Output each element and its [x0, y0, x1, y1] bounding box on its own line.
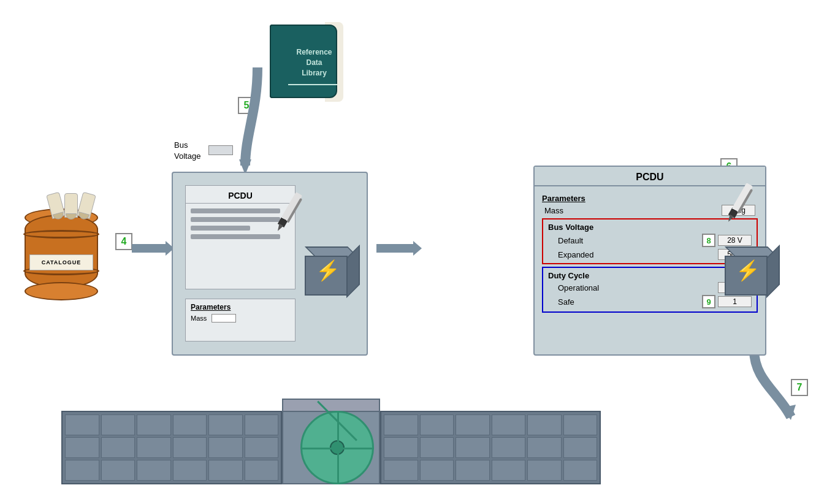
cube-right: ⚡: [725, 246, 780, 296]
sat-panel-left-grid: [63, 412, 281, 483]
sat-cell: [492, 460, 526, 481]
sat-cell: [101, 460, 135, 481]
sat-cell: [563, 437, 598, 458]
sat-cell: [456, 460, 490, 481]
sat-cell: [245, 460, 279, 481]
sat-cell: [420, 437, 454, 458]
sat-cell: [456, 437, 490, 458]
book-title: ReferenceDataLibrary: [288, 47, 340, 78]
scroll-3: [77, 192, 96, 219]
sat-cell: [101, 414, 135, 435]
default-row: Default 8 28 V: [546, 234, 754, 247]
sat-body-top: [283, 400, 379, 412]
satellite: [61, 392, 674, 491]
cube-left: ⚡: [305, 246, 360, 296]
sat-cell: [137, 414, 171, 435]
sat-cell: [208, 460, 243, 481]
mass-input-box[interactable]: [212, 314, 236, 323]
barrel-hoop-1: [23, 230, 99, 239]
sat-cell: [173, 460, 207, 481]
sat-cell: [420, 414, 454, 435]
barrel-body: [25, 215, 98, 288]
form-lines: [186, 204, 295, 248]
sat-panel-right-grid: [381, 412, 600, 483]
sat-cell: [173, 437, 207, 458]
form-line-3: [191, 226, 250, 231]
parameters-title: Parameters: [542, 194, 758, 203]
sat-cell: [245, 414, 279, 435]
sat-cell: [101, 437, 135, 458]
badge-8-inline: 8: [702, 234, 715, 247]
sat-cell: [245, 437, 279, 458]
form-card-title: PCDU: [186, 186, 295, 204]
sat-panel-left: [61, 411, 282, 484]
safe-value: 1: [718, 296, 752, 307]
lightning-left: ⚡: [316, 259, 340, 282]
sat-cell: [527, 460, 562, 481]
panel-left: PCDU Parameters Mass ⚡: [172, 172, 368, 356]
book-body: ReferenceDataLibrary: [270, 25, 337, 98]
pcdu-title: PCDU: [535, 167, 765, 186]
sat-cell: [208, 414, 243, 435]
arrow-catalogue-to-panel: [132, 244, 166, 253]
lightning-right: ⚡: [736, 259, 760, 282]
sat-cell: [208, 437, 243, 458]
catalogue-barrel: CATALOGUE: [18, 202, 104, 300]
bus-voltage-label: Bus Voltage: [174, 140, 200, 162]
badge-9-inline: 9: [702, 295, 715, 308]
form-line-2: [191, 217, 280, 222]
form-line-1: [191, 208, 280, 213]
sat-cell: [563, 460, 598, 481]
sat-cell: [492, 414, 526, 435]
barrel-bottom: [25, 282, 98, 300]
expanded-row: Expanded 50 V: [546, 249, 754, 260]
sat-cell: [384, 414, 418, 435]
panel-right: PCDU Parameters Mass 5 kg Bus Voltage De…: [533, 166, 766, 356]
sat-cell: [527, 414, 562, 435]
bus-voltage-input-box[interactable]: [208, 145, 233, 155]
scroll-2: [64, 193, 78, 218]
sat-cell: [384, 437, 418, 458]
sat-cell: [173, 414, 207, 435]
form-params-row: Mass: [191, 314, 290, 323]
default-value: 28 V: [718, 235, 752, 246]
form-params: Parameters Mass: [185, 299, 295, 342]
sat-cell: [527, 437, 562, 458]
mass-row: Mass 5 kg: [542, 205, 758, 216]
sat-cell: [137, 460, 171, 481]
sat-panel-right: [380, 411, 601, 484]
safe-row: Safe 9 1: [546, 295, 754, 308]
reference-book: ReferenceDataLibrary: [264, 12, 343, 104]
operational-row: Operational 1: [546, 282, 754, 293]
barrel-label: CATALOGUE: [29, 254, 93, 270]
badge-4: 4: [115, 233, 132, 250]
duty-cycle-row: Duty Cycle: [546, 271, 754, 280]
form-params-title: Parameters: [191, 303, 290, 311]
form-card: PCDU: [185, 185, 295, 289]
sat-cell: [492, 437, 526, 458]
sat-cell: [65, 414, 99, 435]
bus-voltage-row: Bus Voltage: [546, 223, 754, 232]
book-lines: [288, 84, 337, 85]
sat-cell: [456, 414, 490, 435]
sat-cell: [65, 460, 99, 481]
sat-cell: [563, 414, 598, 435]
form-line-4: [191, 234, 280, 239]
sat-cell: [384, 460, 418, 481]
sat-cell: [137, 437, 171, 458]
arrow-left-panel-to-right-panel: [376, 244, 413, 253]
sat-cell: [65, 437, 99, 458]
sat-cell: [420, 460, 454, 481]
scroll-1: [46, 192, 66, 219]
